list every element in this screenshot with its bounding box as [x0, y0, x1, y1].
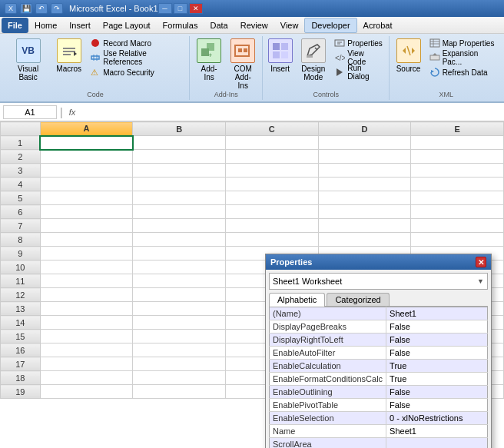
cell-B12[interactable] [133, 288, 226, 302]
menu-page-layout[interactable]: Page Layout [97, 18, 157, 33]
cell-B4[interactable] [133, 178, 226, 191]
cell-A8[interactable] [40, 233, 133, 247]
menu-review[interactable]: Review [234, 18, 274, 33]
cell-D5[interactable] [318, 191, 411, 205]
cell-C8[interactable] [226, 233, 319, 247]
cell-E7[interactable] [411, 219, 504, 233]
prop-value[interactable]: Sheet1 [386, 307, 488, 320]
cell-A13[interactable] [40, 302, 133, 316]
cell-A11[interactable] [40, 274, 133, 288]
col-header-A[interactable]: A [40, 122, 133, 136]
source-button[interactable]: Source [393, 36, 423, 75]
cell-E8[interactable] [411, 233, 504, 247]
add-ins-button[interactable]: + Add-Ins [193, 36, 225, 84]
cell-A17[interactable] [40, 357, 133, 371]
cell-A9[interactable] [40, 247, 133, 261]
cell-A2[interactable] [40, 150, 133, 164]
cell-B15[interactable] [133, 330, 226, 343]
cell-A5[interactable] [40, 191, 133, 205]
cell-E3[interactable] [411, 164, 504, 178]
menu-acrobat[interactable]: Acrobat [357, 18, 399, 33]
prop-row[interactable]: (Name)Sheet1 [270, 307, 488, 320]
menu-view[interactable]: View [274, 18, 305, 33]
cell-B7[interactable] [133, 219, 226, 233]
cell-B2[interactable] [133, 150, 226, 164]
cell-A18[interactable] [40, 371, 133, 385]
cell-B5[interactable] [133, 191, 226, 205]
cell-B18[interactable] [133, 371, 226, 385]
col-header-D[interactable]: D [318, 122, 411, 136]
dialog-close-button[interactable]: ✕ [476, 257, 486, 267]
sheet-selector[interactable]: Sheet1 Worksheet ▼ [269, 273, 488, 290]
cell-D8[interactable] [318, 233, 411, 247]
cell-C4[interactable] [226, 178, 319, 191]
col-header-B[interactable]: B [133, 122, 226, 136]
prop-value[interactable]: False [386, 399, 488, 412]
cell-B13[interactable] [133, 302, 226, 316]
view-code-button[interactable]: </> View Code [330, 51, 387, 65]
prop-value[interactable]: True [386, 373, 488, 386]
prop-row[interactable]: EnableFormatConditionsCalcTrue [270, 373, 488, 386]
com-add-ins-button[interactable]: COMAdd-Ins [227, 36, 259, 92]
cell-D2[interactable] [318, 150, 411, 164]
prop-value[interactable]: False [386, 386, 488, 399]
cell-B1[interactable] [133, 136, 226, 150]
prop-row[interactable]: DisplayPageBreaksFalse [270, 320, 488, 334]
prop-value[interactable]: False [386, 347, 488, 360]
prop-row[interactable]: EnableCalculationTrue [270, 360, 488, 373]
macro-security-button[interactable]: ⚠ Macro Security [86, 65, 186, 79]
cell-A1[interactable] [40, 136, 133, 150]
visual-basic-button[interactable]: VB Visual Basic [5, 36, 51, 84]
map-properties-button[interactable]: Map Properties [426, 36, 499, 50]
prop-value[interactable]: False [386, 320, 488, 334]
cell-C1[interactable] [226, 136, 319, 150]
cell-D3[interactable] [318, 164, 411, 178]
menu-insert[interactable]: Insert [63, 18, 97, 33]
cell-B8[interactable] [133, 233, 226, 247]
refresh-data-button[interactable]: Refresh Data [426, 65, 499, 79]
cell-B10[interactable] [133, 261, 226, 274]
cell-D6[interactable] [318, 205, 411, 219]
tab-categorized[interactable]: Categorized [327, 293, 389, 306]
prop-row[interactable]: EnableAutoFilterFalse [270, 347, 488, 360]
cell-E1[interactable] [411, 136, 504, 150]
cell-B16[interactable] [133, 343, 226, 357]
cell-D1[interactable] [318, 136, 411, 150]
prop-row[interactable]: EnableSelection0 - xlNoRestrictions [270, 412, 488, 425]
redo-icon[interactable]: ↷ [51, 3, 63, 14]
cell-B6[interactable] [133, 205, 226, 219]
record-macro-button[interactable]: Record Macro [86, 36, 186, 50]
menu-file[interactable]: File [2, 18, 28, 33]
cell-E4[interactable] [411, 178, 504, 191]
cell-A7[interactable] [40, 219, 133, 233]
cell-A12[interactable] [40, 288, 133, 302]
cell-A4[interactable] [40, 178, 133, 191]
cell-D4[interactable] [318, 178, 411, 191]
save-icon[interactable]: 💾 [20, 3, 32, 14]
minimize-button[interactable]: ─ [158, 3, 172, 14]
cell-A15[interactable] [40, 330, 133, 343]
design-mode-button[interactable]: DesignMode [297, 36, 329, 84]
menu-home[interactable]: Home [28, 18, 63, 33]
name-box[interactable] [3, 105, 57, 119]
run-dialog-button[interactable]: Run Dialog [330, 65, 387, 79]
cell-D7[interactable] [318, 219, 411, 233]
cell-B19[interactable] [133, 385, 226, 399]
cell-A3[interactable] [40, 164, 133, 178]
col-header-E[interactable]: E [411, 122, 504, 136]
maximize-button[interactable]: □ [174, 3, 187, 14]
prop-value[interactable]: Sheet1 [386, 425, 488, 438]
cell-C6[interactable] [226, 205, 319, 219]
relative-refs-button[interactable]: Use Relative References [86, 51, 186, 65]
prop-row[interactable]: EnablePivotTableFalse [270, 399, 488, 412]
cell-E2[interactable] [411, 150, 504, 164]
prop-row[interactable]: NameSheet1 [270, 425, 488, 438]
cell-C7[interactable] [226, 219, 319, 233]
cell-C5[interactable] [226, 191, 319, 205]
prop-value[interactable]: 0 - xlNoRestrictions [386, 412, 488, 425]
close-button[interactable]: ✕ [189, 3, 203, 14]
macros-button[interactable]: Macros [53, 36, 85, 75]
cell-A19[interactable] [40, 385, 133, 399]
cell-C3[interactable] [226, 164, 319, 178]
cell-B14[interactable] [133, 316, 226, 330]
